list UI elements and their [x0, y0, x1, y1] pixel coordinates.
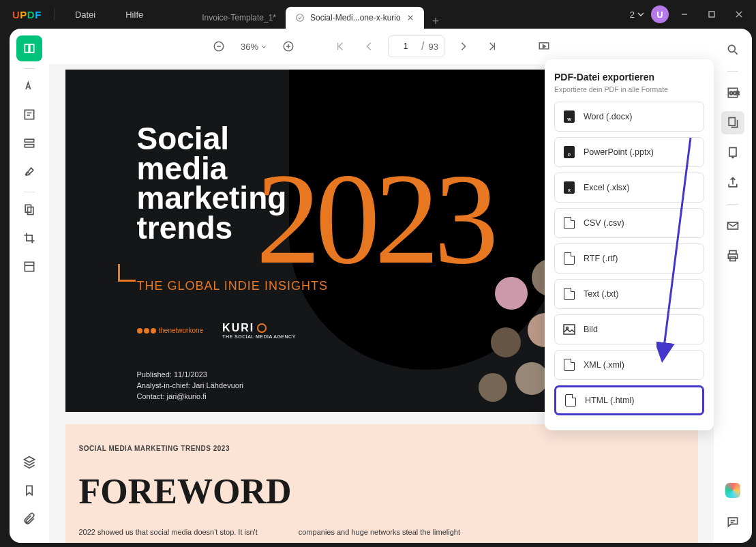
svg-rect-4	[25, 145, 33, 147]
maximize-button[interactable]	[700, 3, 723, 26]
compress-button[interactable]	[721, 141, 744, 164]
next-page-button[interactable]	[454, 37, 473, 56]
minimize-button[interactable]	[673, 3, 696, 26]
print-button[interactable]	[721, 244, 744, 267]
right-sidebar: OCR	[714, 29, 752, 543]
export-title: PDF-Datei exportieren	[554, 72, 704, 83]
networkone-logo: thenetworkone	[137, 327, 204, 334]
export-rtf[interactable]: RTF (.rtf)	[554, 243, 704, 274]
zoom-out-button[interactable]	[209, 37, 228, 56]
titlebar: UPDF Datei Hilfe Invoice-Template_1* Soc…	[0, 0, 756, 29]
last-page-button[interactable]	[483, 37, 502, 56]
close-window-button[interactable]	[727, 3, 751, 26]
ocr-button[interactable]: OCR	[721, 81, 744, 104]
export-xml[interactable]: XML (.xml)	[554, 350, 704, 380]
rainbow-icon	[725, 483, 740, 498]
export-text[interactable]: Text (.txt)	[554, 279, 704, 309]
first-page-button[interactable]	[331, 37, 350, 56]
left-sidebar	[10, 29, 49, 543]
titlebar-right: 2 U	[627, 3, 751, 26]
redact-tool-button[interactable]	[16, 254, 42, 280]
export-word[interactable]: WWord (.docx)	[554, 102, 704, 132]
search-button[interactable]	[721, 38, 744, 61]
crop-tool-button[interactable]	[16, 225, 42, 251]
export-subtitle: Exportiere dein PDF in alle Formate	[554, 85, 704, 93]
presentation-button[interactable]	[534, 37, 554, 56]
organize-pages-button[interactable]	[16, 196, 42, 222]
attachment-button[interactable]	[16, 506, 42, 532]
page-indicator: / 93	[388, 35, 444, 57]
menu-datei[interactable]: Datei	[60, 10, 110, 20]
tab-label: Invoice-Template_1*	[202, 13, 276, 23]
svg-rect-3	[25, 139, 33, 142]
svg-point-21	[566, 327, 569, 329]
total-pages: 93	[429, 42, 438, 52]
export-button[interactable]	[721, 111, 744, 134]
email-button[interactable]	[721, 214, 744, 237]
page-2: SOCIAL MEDIA MARKETING TRENDS 2023 FOREW…	[65, 424, 698, 543]
doc-count[interactable]: 2	[627, 10, 647, 20]
form-tool-button[interactable]	[16, 130, 42, 156]
main-area: 36% / 93 Social media	[10, 29, 752, 543]
svg-point-11	[728, 45, 735, 52]
ai-button[interactable]	[721, 479, 744, 502]
svg-rect-14	[729, 118, 735, 126]
export-excel[interactable]: XExcel (.xlsx)	[554, 173, 704, 203]
divider	[54, 8, 55, 20]
svg-rect-15	[729, 148, 736, 157]
user-avatar[interactable]: U	[651, 5, 669, 23]
svg-rect-1	[709, 12, 714, 17]
svg-rect-5	[25, 205, 31, 212]
zoom-in-button[interactable]	[279, 37, 298, 56]
page2-header: SOCIAL MEDIA MARKETING TRENDS 2023	[79, 445, 684, 452]
page-input[interactable]	[394, 38, 417, 55]
share-button[interactable]	[721, 171, 744, 194]
menu-hilfe[interactable]: Hilfe	[110, 10, 158, 20]
comment-button[interactable]	[721, 510, 744, 533]
layers-button[interactable]	[16, 449, 42, 475]
year-text: 2023	[256, 145, 494, 293]
bookmark-button[interactable]	[16, 477, 42, 503]
app-logo: UPDF	[5, 9, 48, 20]
highlight-tool-button[interactable]	[16, 73, 42, 99]
export-html[interactable]: HTML (.html)	[554, 385, 704, 415]
export-image[interactable]: Bild	[554, 314, 704, 344]
kurio-logo: KURI THE SOCIAL MEDIA AGENCY	[222, 322, 296, 339]
prev-page-button[interactable]	[359, 37, 378, 56]
svg-point-0	[297, 14, 304, 22]
svg-rect-20	[564, 325, 575, 334]
reader-mode-button[interactable]	[16, 35, 42, 61]
export-csv[interactable]: CSV (.csv)	[554, 208, 704, 238]
text-tool-button[interactable]	[16, 102, 42, 128]
page-title: Social media marketing trends	[137, 124, 287, 243]
foreword-heading: FOREWORD	[79, 471, 684, 512]
tabs: Invoice-Template_1* Social-Medi...one-x-…	[192, 0, 447, 29]
tab-social-media[interactable]: Social-Medi...one-x-kurio	[286, 7, 424, 29]
chevron-down-icon	[261, 45, 267, 48]
read-mode-icon	[295, 13, 305, 23]
svg-rect-7	[25, 262, 33, 271]
close-tab-icon[interactable]	[406, 14, 414, 22]
export-powerpoint[interactable]: PPowerPoint (.pptx)	[554, 137, 704, 167]
svg-rect-6	[28, 207, 33, 215]
export-panel: PDF-Datei exportieren Exportiere dein PD…	[545, 59, 714, 430]
zoom-dropdown[interactable]: 36%	[238, 42, 269, 52]
new-tab-button[interactable]: +	[424, 14, 448, 29]
svg-text:OCR: OCR	[729, 91, 740, 95]
meta-info: Published: 11/1/2023 Analyst-in-chief: J…	[137, 370, 244, 402]
chevron-down-icon	[637, 12, 644, 16]
tab-invoice[interactable]: Invoice-Template_1*	[192, 7, 286, 29]
tab-label: Social-Medi...one-x-kurio	[310, 13, 401, 23]
sign-tool-button[interactable]	[16, 159, 42, 185]
